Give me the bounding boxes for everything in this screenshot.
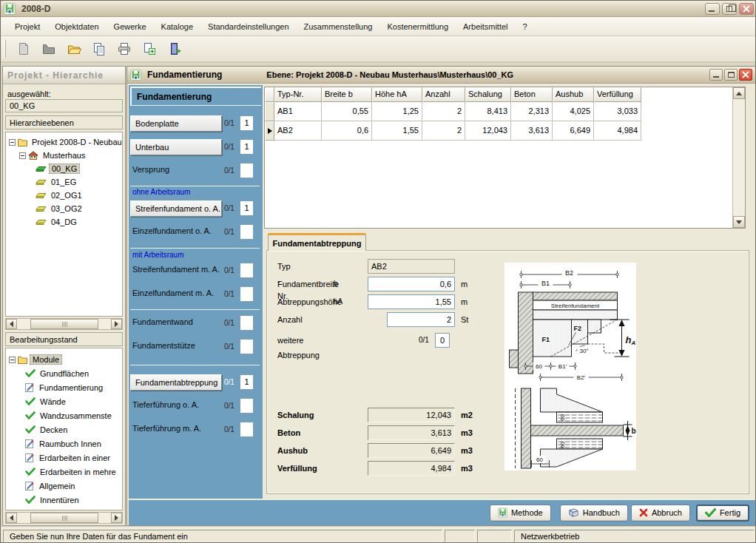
- col-typnr[interactable]: Typ-Nr.: [274, 87, 322, 102]
- print-button[interactable]: [114, 39, 135, 58]
- fertig-button[interactable]: Fertig: [696, 505, 749, 522]
- scroll-thumb[interactable]: [30, 513, 98, 523]
- exit-button[interactable]: [164, 39, 185, 58]
- menu-kataloge[interactable]: Kataloge: [155, 20, 200, 33]
- weitere-abtreppung-input[interactable]: 0: [435, 333, 450, 348]
- col-schalung[interactable]: Schalung: [465, 87, 511, 102]
- menu-projekt[interactable]: Projekt: [8, 20, 47, 33]
- tree-node-floor-03og2[interactable]: 03_OG2: [6, 202, 122, 215]
- collapse-icon[interactable]: [19, 152, 26, 159]
- ratio-label: 0/1: [224, 143, 239, 151]
- module-item-raumbuch-innen[interactable]: Raumbuch Innen: [6, 436, 122, 451]
- tree-node-project[interactable]: Projekt 2008-D - Neubau: [6, 132, 122, 149]
- col-verfuellung[interactable]: Verfüllung: [594, 87, 641, 102]
- child-maximize-button[interactable]: [724, 69, 738, 81]
- row-selector-active[interactable]: [265, 121, 274, 141]
- scroll-down-button[interactable]: [733, 216, 745, 228]
- open-folder-button[interactable]: [64, 39, 84, 58]
- export-button[interactable]: [139, 39, 160, 58]
- restore-button[interactable]: [722, 3, 737, 15]
- count-field[interactable]: [240, 224, 254, 240]
- menu-kostenermittlung[interactable]: Kostenermittlung: [380, 20, 455, 33]
- module-item-innentueren[interactable]: Innentüren: [6, 493, 122, 507]
- fundamentabtreppung-button[interactable]: Fundamentabtreppung: [130, 374, 222, 391]
- hierarchy-panel: Projekt - Hierarchie ausgewählt: 00_KG H…: [2, 66, 126, 526]
- module-item-waende[interactable]: Wände: [6, 394, 122, 408]
- module-item-allgemein[interactable]: Allgemein: [6, 479, 122, 493]
- count-field[interactable]: [240, 286, 254, 302]
- tree-node-building[interactable]: Musterhaus: [6, 149, 122, 162]
- tree-node-module[interactable]: Module: [6, 348, 122, 366]
- tree-node-floor-01eg[interactable]: 01_EG: [6, 175, 122, 189]
- separator: [130, 248, 260, 249]
- abtreppungshoehe-input[interactable]: 1,55: [368, 294, 455, 309]
- fundamentbreite-input[interactable]: 0,6: [368, 277, 455, 291]
- toolbar: [1, 36, 756, 63]
- module-item-erdarbeiten-einer[interactable]: Erdarbeiten in einer: [6, 451, 122, 465]
- module-item-erdarbeiten-mehreren[interactable]: Erdarbeiten in mehre: [6, 465, 122, 479]
- count-field[interactable]: [240, 263, 254, 278]
- aushub-label: Aushub: [277, 443, 308, 458]
- scroll-up-button[interactable]: [733, 87, 745, 99]
- col-breite[interactable]: Breite b: [322, 87, 372, 102]
- app-logo-icon: [4, 3, 16, 15]
- collapse-icon[interactable]: [9, 139, 16, 146]
- count-field[interactable]: [240, 398, 254, 414]
- open-document-button[interactable]: [38, 39, 59, 58]
- count-field[interactable]: 1: [240, 115, 254, 131]
- count-field[interactable]: [240, 315, 254, 331]
- table-vscrollbar[interactable]: [732, 87, 745, 228]
- tree-node-floor-00kg[interactable]: 00_KG: [6, 162, 122, 175]
- row-selector[interactable]: [265, 102, 274, 121]
- tab-fundamentabtreppung[interactable]: Fundamentabtreppung: [268, 233, 366, 251]
- module-item-label: Erdarbeiten in einer: [37, 453, 112, 462]
- tree-node-floor-02og1[interactable]: 02_OG1: [6, 189, 122, 202]
- col-aushub[interactable]: Aushub: [553, 87, 594, 102]
- child-close-button[interactable]: [739, 69, 752, 81]
- close-button[interactable]: [739, 3, 754, 15]
- abbruch-button[interactable]: Abbruch: [631, 505, 690, 522]
- scroll-thumb[interactable]: [30, 319, 98, 329]
- scroll-right-button[interactable]: [111, 319, 122, 329]
- module-item-fundamentierung[interactable]: Fundamentierung: [6, 380, 122, 394]
- handbuch-button[interactable]: Handbuch: [560, 505, 628, 522]
- progress-hscrollbar[interactable]: [5, 512, 123, 524]
- menu-arbeitsmittel[interactable]: Arbeitsmittel: [456, 20, 515, 33]
- count-field[interactable]: 1: [240, 374, 254, 390]
- count-field[interactable]: [240, 163, 254, 178]
- count-field[interactable]: 1: [240, 200, 254, 216]
- col-anzahl[interactable]: Anzahl: [422, 87, 465, 102]
- menu-gewerke[interactable]: Gewerke: [107, 20, 153, 33]
- module-item-decken[interactable]: Decken: [6, 422, 122, 436]
- new-document-button[interactable]: [13, 39, 34, 58]
- streifenfundament-oa-button[interactable]: Streifenfundament o. A.: [130, 200, 222, 217]
- child-minimize-button[interactable]: [709, 69, 723, 81]
- count-field[interactable]: [240, 339, 254, 354]
- collapse-icon[interactable]: [9, 357, 16, 363]
- count-field[interactable]: 1: [240, 139, 254, 155]
- count-field[interactable]: [240, 422, 254, 437]
- arrow-right-icon: [115, 321, 118, 327]
- unterbau-button[interactable]: Unterbau: [130, 139, 222, 155]
- hierarchy-hscrollbar[interactable]: [5, 318, 123, 330]
- col-hoehe[interactable]: Höhe hA: [372, 87, 422, 102]
- anzahl-label: Anzahl: [277, 312, 303, 327]
- tree-node-floor-04dg[interactable]: 04_DG: [6, 215, 122, 229]
- scroll-left-button[interactable]: [6, 319, 17, 329]
- methode-button[interactable]: Methode: [490, 505, 551, 522]
- scroll-left-button[interactable]: [6, 513, 17, 523]
- module-item-wandzusammenstellung[interactable]: Wandzusammenste: [6, 408, 122, 422]
- col-beton[interactable]: Beton: [511, 87, 553, 102]
- bodenplatte-button[interactable]: Bodenplatte: [130, 115, 222, 132]
- module-row-unterbau: Unterbau 0/1 1: [129, 139, 263, 155]
- module-item-grundflaechen[interactable]: Grundflächen: [6, 366, 122, 380]
- copy-button[interactable]: [89, 39, 109, 58]
- edit-pencil-icon: [25, 439, 35, 448]
- menu-objektdaten[interactable]: Objektdaten: [48, 20, 105, 33]
- menu-zusammenstellung[interactable]: Zusammenstellung: [297, 20, 379, 33]
- minimize-button[interactable]: [705, 3, 720, 15]
- menu-standardeinstellungen[interactable]: Standardeinstellungen: [201, 20, 295, 33]
- anzahl-input[interactable]: 2: [387, 312, 455, 327]
- scroll-right-button[interactable]: [111, 513, 122, 523]
- menu-help[interactable]: ?: [516, 20, 534, 33]
